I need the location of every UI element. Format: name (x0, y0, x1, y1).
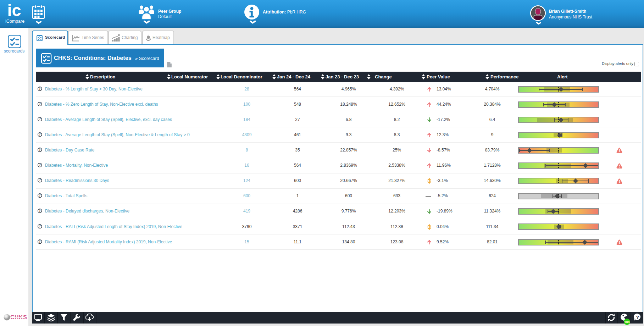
svg-text:?: ? (39, 225, 41, 228)
svg-text:?: ? (39, 133, 41, 136)
svg-text:?: ? (39, 148, 41, 151)
svg-text:?: ? (39, 163, 41, 167)
svg-text:?: ? (39, 117, 41, 121)
svg-text:?: ? (39, 102, 41, 106)
svg-text:?: ? (636, 315, 639, 320)
svg-text:?: ? (39, 240, 41, 243)
svg-text:?: ? (39, 194, 41, 197)
svg-text:?: ? (39, 178, 41, 182)
svg-text:?: ? (39, 209, 41, 213)
svg-text:?: ? (39, 87, 41, 90)
